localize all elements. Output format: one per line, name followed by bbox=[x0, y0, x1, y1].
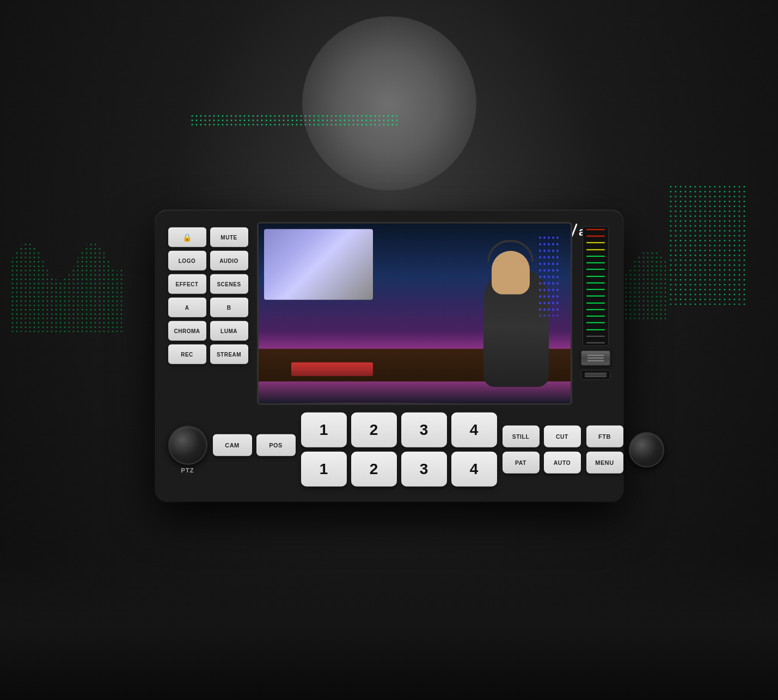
cam-button[interactable]: CAM bbox=[213, 434, 252, 456]
scenes-button[interactable]: SCENES bbox=[210, 274, 248, 294]
special-row-1: STILL CUT bbox=[503, 426, 581, 447]
bottom-section: PTZ CAM POS 1 2 3 4 1 bbox=[168, 413, 610, 487]
moon-decoration bbox=[302, 16, 476, 191]
meter-tick-red-2 bbox=[586, 236, 605, 237]
meter-tick-6 bbox=[586, 289, 605, 290]
mute-button[interactable]: MUTE bbox=[210, 228, 248, 247]
b-button[interactable]: B bbox=[210, 298, 248, 317]
left-controls: 🔒 MUTE LOGO AUDIO EFFECT SCENES A B CHRO… bbox=[168, 228, 248, 364]
ftb-menu-buttons: FTB MENU bbox=[586, 426, 623, 474]
num-btn-2-1[interactable]: 1 bbox=[301, 452, 347, 487]
device-wrapper: aft 🔒 MUTE LOGO AUDIO EFFECT SCENES A B … bbox=[155, 210, 623, 502]
meter-tick-yellow-2 bbox=[586, 249, 605, 250]
pat-button[interactable]: PAT bbox=[503, 452, 540, 474]
meter-tick-8 bbox=[586, 302, 605, 303]
cut-button[interactable]: CUT bbox=[544, 426, 581, 447]
meter-tick-4 bbox=[586, 275, 605, 277]
audio-button[interactable]: AUDIO bbox=[210, 251, 248, 271]
meter-tick-yellow-1 bbox=[586, 242, 605, 243]
num-btn-1-2[interactable]: 2 bbox=[351, 413, 397, 447]
ptz-label: PTZ bbox=[181, 467, 194, 474]
fader-handle[interactable] bbox=[581, 351, 610, 366]
rec-button[interactable]: REC bbox=[168, 345, 206, 364]
meter-tick-12 bbox=[586, 329, 605, 330]
fader-lines bbox=[587, 358, 604, 359]
scene-gaming-screen bbox=[264, 229, 373, 300]
chroma-button[interactable]: CHROMA bbox=[168, 321, 206, 341]
meter-tick-10 bbox=[586, 316, 605, 317]
menu-button[interactable]: MENU bbox=[586, 452, 623, 474]
meter-tick-inactive-1 bbox=[586, 335, 605, 336]
lock-button[interactable]: 🔒 bbox=[168, 228, 206, 247]
scene-keyboard bbox=[291, 363, 373, 376]
special-buttons: STILL CUT PAT AUTO bbox=[503, 426, 581, 474]
auto-button[interactable]: AUTO bbox=[544, 452, 581, 474]
number-button-grid: 1 2 3 4 1 2 3 4 bbox=[301, 413, 497, 487]
ptz-knob[interactable] bbox=[168, 426, 207, 465]
meter-tick-7 bbox=[586, 296, 605, 297]
meter-tick-red-1 bbox=[586, 229, 605, 230]
num-btn-1-1[interactable]: 1 bbox=[301, 413, 347, 447]
scene-lights bbox=[538, 235, 560, 316]
fader-section bbox=[581, 226, 610, 380]
num-btn-2-2[interactable]: 2 bbox=[351, 452, 397, 487]
effect-button[interactable]: EFFECT bbox=[168, 274, 206, 294]
level-meter bbox=[583, 226, 609, 346]
cam-pos-row: CAM POS bbox=[213, 434, 296, 456]
right-knob[interactable] bbox=[629, 432, 664, 467]
meter-tick-inactive-2 bbox=[586, 342, 605, 343]
ground bbox=[0, 548, 778, 700]
luma-button[interactable]: LUMA bbox=[210, 321, 248, 341]
num-btn-1-3[interactable]: 3 bbox=[401, 413, 447, 447]
meter-tick-5 bbox=[586, 283, 605, 284]
logo-button[interactable]: LOGO bbox=[168, 251, 206, 271]
right-knob-section bbox=[629, 432, 664, 467]
ftb-button[interactable]: FTB bbox=[586, 426, 623, 447]
special-row-2: PAT AUTO bbox=[503, 452, 581, 474]
still-button[interactable]: STILL bbox=[503, 426, 540, 447]
meter-tick-1 bbox=[586, 256, 605, 257]
a-button[interactable]: A bbox=[168, 298, 206, 317]
num-btn-2-4[interactable]: 4 bbox=[451, 452, 497, 487]
top-section: 🔒 MUTE LOGO AUDIO EFFECT SCENES A B CHRO… bbox=[168, 222, 610, 405]
stream-button[interactable]: STREAM bbox=[210, 345, 248, 364]
num-btn-1-4[interactable]: 4 bbox=[451, 413, 497, 447]
meter-tick-11 bbox=[586, 322, 605, 323]
monitor-screen bbox=[259, 224, 571, 403]
meter-tick-3 bbox=[586, 269, 605, 270]
pos-button[interactable]: POS bbox=[256, 434, 296, 456]
number-row-2: 1 2 3 4 bbox=[301, 452, 497, 487]
device: aft 🔒 MUTE LOGO AUDIO EFFECT SCENES A B … bbox=[155, 210, 623, 502]
num-btn-2-3[interactable]: 3 bbox=[401, 452, 447, 487]
number-row-1: 1 2 3 4 bbox=[301, 413, 497, 447]
monitor bbox=[257, 222, 572, 405]
meter-tick-2 bbox=[586, 262, 605, 263]
cam-pos-buttons: CAM POS bbox=[213, 434, 296, 465]
meter-tick-9 bbox=[586, 309, 605, 310]
ptz-knob-section: PTZ bbox=[168, 426, 207, 474]
